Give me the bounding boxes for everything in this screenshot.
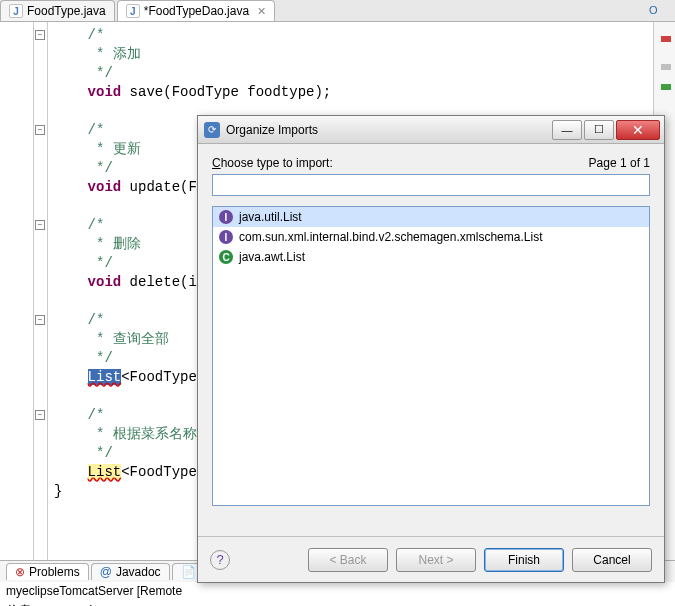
left-ruler xyxy=(0,22,34,560)
javadoc-icon: @ xyxy=(100,565,112,579)
tab-label: *FoodTypeDao.java xyxy=(144,4,249,18)
finish-button[interactable]: Finish xyxy=(484,548,564,572)
declaration-icon: 📄 xyxy=(181,565,196,579)
tab-foodtype[interactable]: J FoodType.java xyxy=(0,0,115,21)
interface-icon: I xyxy=(219,210,233,224)
cancel-button[interactable]: Cancel xyxy=(572,548,652,572)
dialog-icon: ⟳ xyxy=(204,122,220,138)
import-option-label: java.util.List xyxy=(239,210,302,224)
problems-icon: ⊗ xyxy=(15,565,25,579)
fold-toggle[interactable]: − xyxy=(35,125,45,135)
javadoc-tab[interactable]: @ Javadoc xyxy=(91,563,170,580)
dialog-body: Choose type to import: Page 1 of 1 Ijava… xyxy=(198,144,664,536)
dialog-title: Organize Imports xyxy=(226,123,550,137)
launch-label: myeclipseTomcatServer [Remote xyxy=(0,582,675,600)
editor-tabbar: J FoodType.java J *FoodTypeDao.java ✕ xyxy=(0,0,675,22)
error-marker[interactable] xyxy=(661,36,671,42)
next-button[interactable]: Next > xyxy=(396,548,476,572)
import-option[interactable]: Cjava.awt.List xyxy=(213,247,649,267)
tab-label: FoodType.java xyxy=(27,4,106,18)
console-output: 信息: Starting Coyote H xyxy=(0,600,675,606)
minimize-button[interactable]: — xyxy=(552,120,582,140)
task-marker[interactable] xyxy=(661,84,671,90)
problems-tab[interactable]: ⊗ Problems xyxy=(6,563,89,580)
interface-icon: I xyxy=(219,230,233,244)
filter-input[interactable] xyxy=(212,174,650,196)
page-indicator: Page 1 of 1 xyxy=(589,156,650,170)
tab-foodtypedao[interactable]: J *FoodTypeDao.java ✕ xyxy=(117,0,275,21)
fold-toggle[interactable]: − xyxy=(35,220,45,230)
close-button[interactable]: ✕ xyxy=(616,120,660,140)
import-options-list[interactable]: Ijava.util.ListIcom.sun.xml.internal.bin… xyxy=(212,206,650,506)
fold-ruler: −−−−− xyxy=(34,22,48,560)
bookmark-marker[interactable] xyxy=(661,64,671,70)
dialog-titlebar[interactable]: ⟳ Organize Imports — ☐ ✕ xyxy=(198,116,664,144)
java-file-icon: J xyxy=(126,4,140,18)
help-button[interactable]: ? xyxy=(210,550,230,570)
prompt-label: Choose type to import: xyxy=(212,156,333,170)
tab-label: Problems xyxy=(29,565,80,579)
tab-label: Javadoc xyxy=(116,565,161,579)
dialog-button-bar: ? < Back Next > Finish Cancel xyxy=(198,536,664,582)
outline-view-hint: O xyxy=(647,0,675,20)
import-option[interactable]: Ijava.util.List xyxy=(213,207,649,227)
fold-toggle[interactable]: − xyxy=(35,410,45,420)
import-option-label: java.awt.List xyxy=(239,250,305,264)
fold-toggle[interactable]: − xyxy=(35,315,45,325)
close-icon[interactable]: ✕ xyxy=(257,5,266,18)
organize-imports-dialog: ⟳ Organize Imports — ☐ ✕ Choose type to … xyxy=(197,115,665,583)
back-button[interactable]: < Back xyxy=(308,548,388,572)
maximize-button[interactable]: ☐ xyxy=(584,120,614,140)
import-option[interactable]: Icom.sun.xml.internal.bind.v2.schemagen.… xyxy=(213,227,649,247)
class-icon: C xyxy=(219,250,233,264)
java-file-icon: J xyxy=(9,4,23,18)
import-option-label: com.sun.xml.internal.bind.v2.schemagen.x… xyxy=(239,230,542,244)
fold-toggle[interactable]: − xyxy=(35,30,45,40)
